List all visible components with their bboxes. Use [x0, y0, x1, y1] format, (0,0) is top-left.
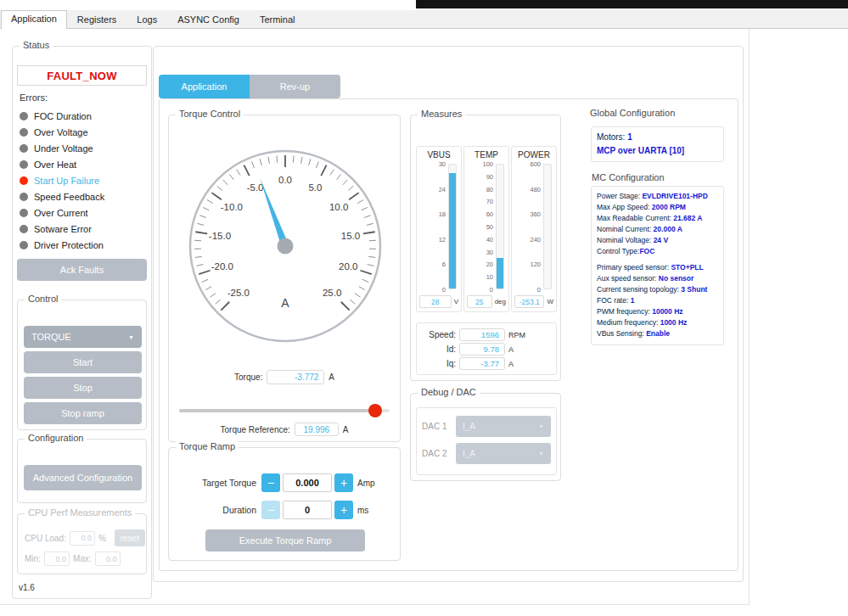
error-item: Start Up Failure: [20, 172, 148, 188]
start-button[interactable]: Start: [24, 351, 142, 373]
cpu-reset-button[interactable]: reset: [115, 529, 145, 546]
torque-reference-label: Torque Reference:: [221, 425, 290, 434]
temp-gauge-scale: 1009080706050403020100: [468, 164, 496, 289]
top-tab-bar: Application Registers Logs ASYNC Config …: [0, 10, 848, 29]
torque-gauge-svg: -25.0-20.0-15.0-10.0-5.00.05.010.015.020…: [185, 146, 385, 346]
duration-decrement-button[interactable]: −: [261, 501, 280, 519]
error-label: FOC Duration: [34, 111, 92, 121]
mc-configuration-title: MC Configuration: [592, 172, 665, 182]
target-torque-increment-button[interactable]: +: [334, 473, 353, 492]
vbus-unit: V: [454, 298, 458, 305]
svg-text:-15.0: -15.0: [209, 231, 231, 241]
mode-dropdown[interactable]: TORQUE ▼: [24, 326, 142, 348]
svg-text:-5.0: -5.0: [247, 182, 264, 193]
error-item: Speed Feedback: [20, 188, 148, 204]
dac1-dropdown-value: I_A: [463, 422, 475, 431]
mode-dropdown-value: TORQUE: [31, 332, 71, 342]
error-label: Driver Protection: [34, 240, 104, 250]
id-row: Id: 9.78 A: [422, 342, 551, 356]
duration-label: Duration: [176, 505, 256, 515]
torque-label: Torque:: [234, 372, 262, 382]
dac1-label: DAC 1: [422, 422, 446, 431]
configuration-panel-title: Configuration: [25, 433, 87, 443]
error-label: Over Voltage: [34, 127, 88, 137]
speed-value: 1596: [459, 328, 505, 341]
error-label: Speed Feedback: [34, 192, 104, 202]
target-torque-row: Target Torque − + Amp: [176, 473, 375, 492]
torque-readout-row: Torque: -3.772 A: [169, 370, 400, 384]
error-item: Over Voltage: [20, 124, 148, 140]
motors-line: Motors: 1: [597, 131, 718, 144]
chevron-down-icon: ▼: [538, 451, 544, 456]
tab-terminal[interactable]: Terminal: [250, 11, 306, 28]
app-window: Application Registers Logs ASYNC Config …: [0, 0, 848, 616]
tab-content: Torque Control -25.0-20.0-15.0-10.0-5.00…: [159, 98, 738, 571]
version-label: v1.6: [19, 583, 35, 592]
main-tab-revup[interactable]: Rev-up: [250, 75, 340, 98]
id-unit: A: [508, 345, 514, 354]
torque-reference-row: Torque Reference: 19.996 A: [169, 423, 400, 436]
measures-title: Measures: [418, 109, 465, 119]
fault-indicator-icon: [20, 241, 28, 249]
dac1-dropdown[interactable]: I_A ▼: [456, 416, 551, 437]
error-label: Start Up Failure: [34, 176, 99, 186]
debug-dac-title: Debug / DAC: [418, 387, 480, 397]
slider-track-fill: [179, 409, 375, 412]
fault-banner: FAULT_NOW: [17, 65, 147, 86]
torque-control-title: Torque Control: [176, 109, 244, 119]
tab-application[interactable]: Application: [1, 10, 67, 29]
mc-config-line: Power Stage: EVLDRIVE101-HPD: [597, 191, 718, 202]
execute-torque-ramp-button[interactable]: Execute Torque Ramp: [205, 529, 365, 552]
main-tab-application[interactable]: Application: [159, 75, 250, 98]
chevron-down-icon: ▼: [538, 423, 544, 429]
cpu-minmax-row: Min: 0.0 Max: 0.0: [25, 552, 121, 566]
speed-row: Speed: 1596 RPM: [422, 328, 551, 342]
stop-button[interactable]: Stop: [24, 377, 142, 399]
tab-registers[interactable]: Registers: [67, 11, 126, 28]
cpu-perf-panel-title: CPU Perf Measurements: [25, 507, 135, 518]
slider-knob[interactable]: [368, 404, 382, 417]
mc-config-line: PWM frequency: 10000 Hz: [597, 306, 718, 317]
dac2-label: DAC 2: [422, 449, 446, 458]
dac1-row: DAC 1 I_A ▼: [422, 414, 551, 438]
mc-config-line: Current sensing topology: 3 Shunt: [597, 284, 718, 295]
tab-async-config[interactable]: ASYNC Config: [167, 11, 250, 28]
stop-ramp-button[interactable]: Stop ramp: [24, 402, 142, 424]
mc-config-line: Aux speed sensor: No sensor: [597, 273, 718, 284]
dac2-dropdown[interactable]: I_A ▼: [456, 443, 551, 464]
target-torque-label: Target Torque: [176, 478, 256, 488]
torque-reference-slider[interactable]: [179, 404, 390, 417]
mc-config-line: Nominal Voltage: 24 V: [597, 235, 718, 246]
target-torque-input[interactable]: [283, 473, 332, 492]
mc-config-line: Max Readable Current: 21.682 A: [597, 213, 718, 224]
duration-input[interactable]: [283, 501, 332, 519]
cpu-load-value: 0.0: [70, 531, 95, 546]
background-window-fragment: [416, 0, 848, 8]
advanced-configuration-button[interactable]: Advanced Configuration: [24, 465, 142, 490]
error-item: FOC Duration: [20, 108, 148, 124]
mc-config-line: Nominal Current: 20.000 A: [597, 224, 718, 235]
svg-text:-20.0: -20.0: [211, 261, 233, 272]
error-item: Sotware Error: [20, 221, 148, 237]
motors-value: 1: [627, 132, 632, 142]
fault-indicator-icon: [20, 160, 28, 169]
vbus-gauge-scale: 3024181260: [420, 164, 448, 289]
cpu-min-label: Min:: [25, 554, 41, 563]
tab-logs[interactable]: Logs: [126, 11, 167, 28]
mc-config-line: FOC rate: 1: [597, 295, 718, 306]
dac-selectors: DAC 1 I_A ▼ DAC 2 I_A ▼: [416, 407, 557, 475]
main-tab-switcher: Application Rev-up: [159, 75, 340, 98]
speed-label: Speed:: [422, 330, 456, 339]
control-panel-title: Control: [25, 294, 61, 304]
svg-text:25.0: 25.0: [323, 288, 341, 298]
iq-value: -3.77: [459, 357, 505, 370]
global-configuration-panel: Global Configuration Motors: 1 MCP over …: [587, 115, 729, 350]
torque-control-panel: Torque Control -25.0-20.0-15.0-10.0-5.00…: [168, 115, 401, 442]
window-bottom-border: [0, 604, 750, 605]
power-gauge-scale: 6004803602401200: [515, 164, 543, 289]
ack-faults-button[interactable]: Ack Faults: [17, 259, 147, 281]
cpu-load-label: CPU Load:: [25, 534, 66, 543]
speed-readouts: Speed: 1596 RPM Id: 9.78 A Iq: -3.77 A: [416, 322, 557, 375]
duration-increment-button[interactable]: +: [334, 501, 353, 519]
target-torque-decrement-button[interactable]: −: [261, 473, 280, 492]
